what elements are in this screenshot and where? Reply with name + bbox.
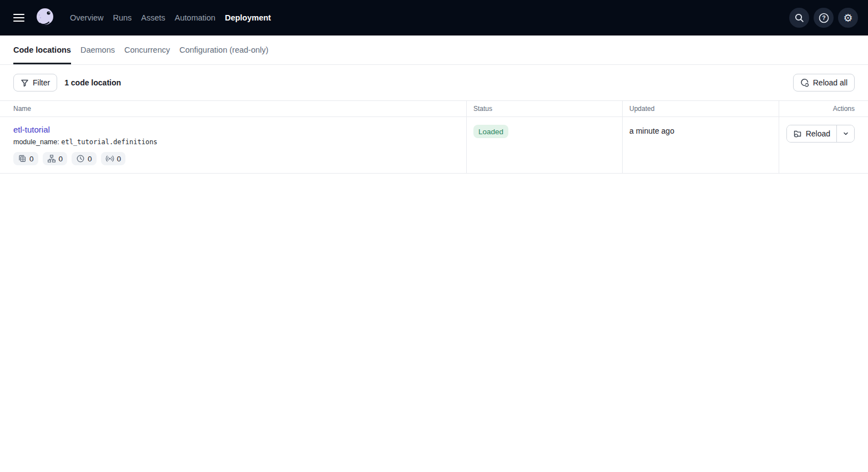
filter-icon: [21, 79, 29, 87]
actions-cell: Reload: [779, 117, 868, 173]
search-icon: [794, 13, 804, 23]
definition-count-badges: 0 0: [13, 152, 460, 165]
jobs-count: 0: [59, 155, 63, 163]
gear-icon: ⚙: [843, 13, 852, 23]
chevron-down-icon: [842, 130, 850, 138]
column-header-status: Status: [467, 101, 623, 116]
updated-cell: a minute ago: [623, 117, 779, 173]
schedules-count: 0: [88, 155, 92, 163]
menu-icon[interactable]: [8, 7, 30, 29]
jobs-count-badge: 0: [43, 152, 68, 165]
dagster-logo[interactable]: [33, 6, 58, 30]
column-header-actions: Actions: [779, 101, 868, 116]
status-badge: Loaded: [473, 125, 508, 138]
job-icon: [47, 154, 56, 163]
reload-all-button[interactable]: Reload all: [793, 74, 855, 92]
assets-count: 0: [29, 155, 34, 163]
module-name-line: module_name: etl_tutorial.definitions: [13, 138, 460, 146]
code-location-link[interactable]: etl-tutorial: [13, 125, 50, 134]
reload-all-icon: [800, 78, 809, 87]
tab-configuration[interactable]: Configuration (read-only): [179, 35, 268, 64]
filter-button[interactable]: Filter: [13, 74, 57, 92]
reload-options-button[interactable]: [837, 125, 854, 142]
nav-item-automation[interactable]: Automation: [175, 10, 215, 26]
reload-all-label: Reload all: [813, 78, 847, 87]
code-locations-toolbar: Filter 1 code location Reload all: [0, 65, 868, 100]
schedule-icon: [76, 154, 85, 163]
name-cell: etl-tutorial module_name: etl_tutorial.d…: [0, 117, 467, 173]
sensors-count: 0: [117, 155, 122, 163]
code-location-count: 1 code location: [64, 78, 121, 87]
primary-nav: Overview Runs Assets Automation Deployme…: [70, 10, 271, 26]
module-name-label: module_name:: [13, 138, 59, 146]
updated-timestamp: a minute ago: [629, 125, 772, 135]
deployment-tabs: Code locations Daemons Concurrency Confi…: [0, 35, 868, 65]
sensors-count-badge: 0: [101, 152, 126, 165]
help-button[interactable]: ?: [814, 8, 834, 28]
nav-item-overview[interactable]: Overview: [70, 10, 103, 26]
column-header-updated: Updated: [623, 101, 779, 116]
nav-item-deployment[interactable]: Deployment: [225, 10, 271, 26]
top-navbar: Overview Runs Assets Automation Deployme…: [0, 0, 868, 35]
module-name-value: etl_tutorial.definitions: [61, 138, 157, 146]
reload-location-icon: [793, 129, 802, 138]
reload-button[interactable]: Reload: [787, 125, 837, 142]
schedules-count-badge: 0: [72, 152, 97, 165]
search-button[interactable]: [789, 8, 809, 28]
tab-code-locations[interactable]: Code locations: [13, 35, 71, 64]
column-header-name: Name: [0, 101, 467, 116]
sensor-icon: [105, 154, 114, 163]
reload-button-label: Reload: [806, 129, 830, 138]
table-header: Name Status Updated Actions: [0, 100, 868, 117]
table-row: etl-tutorial module_name: etl_tutorial.d…: [0, 117, 868, 174]
nav-item-runs[interactable]: Runs: [113, 10, 132, 26]
nav-item-assets[interactable]: Assets: [141, 10, 165, 26]
assets-icon: [18, 154, 27, 163]
tab-concurrency[interactable]: Concurrency: [124, 35, 170, 64]
reload-split-button: Reload: [786, 125, 855, 143]
settings-button[interactable]: ⚙: [838, 8, 858, 28]
svg-text:?: ?: [822, 14, 825, 21]
status-cell: Loaded: [467, 117, 623, 173]
tab-daemons[interactable]: Daemons: [80, 35, 115, 64]
assets-count-badge: 0: [13, 152, 38, 165]
filter-label: Filter: [33, 78, 50, 87]
help-icon: ?: [819, 13, 829, 23]
